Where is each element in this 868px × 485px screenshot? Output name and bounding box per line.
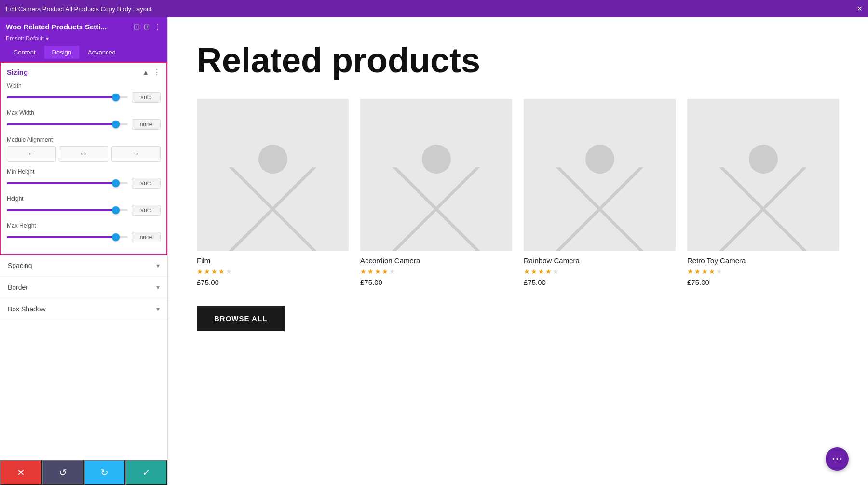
min-height-control: Min Height auto: [7, 168, 161, 189]
spacing-title: Spacing: [8, 262, 32, 269]
align-right-button[interactable]: →: [111, 146, 161, 162]
product-stars: ★ ★ ★ ★ ★: [687, 268, 839, 275]
panel-preset[interactable]: Preset: Default ▾: [6, 35, 162, 42]
height-slider-row: auto: [7, 205, 161, 216]
cancel-button[interactable]: ✕: [0, 460, 42, 485]
min-height-slider-track[interactable]: [7, 182, 128, 184]
save-icon: ✓: [142, 467, 150, 478]
product-name: Accordion Camera: [360, 256, 512, 265]
fab-icon: ⋯: [832, 453, 842, 465]
width-slider-row: auto: [7, 92, 161, 103]
max-height-slider-track[interactable]: [7, 236, 128, 238]
screen-icon[interactable]: ⊡: [134, 22, 140, 31]
box-shadow-header: Box Shadow ▾: [8, 305, 160, 313]
align-center-button[interactable]: ↔: [59, 146, 108, 162]
product-stars: ★ ★ ★ ★ ★: [197, 268, 349, 275]
width-slider-track[interactable]: [7, 96, 128, 98]
redo-button[interactable]: ↻: [84, 460, 126, 485]
panel-header-top: Woo Related Products Setti... ⊡ ⊞ ⋮: [6, 22, 162, 31]
star-2: ★: [204, 268, 210, 275]
tab-advanced[interactable]: Advanced: [80, 46, 123, 59]
redo-icon: ↻: [100, 467, 108, 478]
spacing-header: Spacing ▾: [8, 262, 160, 269]
max-height-value[interactable]: none: [132, 232, 161, 242]
columns-icon[interactable]: ⊞: [144, 22, 150, 31]
border-section[interactable]: Border ▾: [0, 277, 167, 298]
height-value[interactable]: auto: [132, 205, 161, 216]
star-5: ★: [716, 268, 722, 275]
height-control: Height auto: [7, 195, 161, 216]
height-slider-track[interactable]: [7, 209, 128, 211]
star-4: ★: [218, 268, 225, 275]
spacing-section[interactable]: Spacing ▾: [0, 255, 167, 277]
star-1: ★: [197, 268, 203, 275]
star-2: ★: [367, 268, 374, 275]
max-width-control: Max Width none: [7, 109, 161, 130]
top-bar-title: Edit Camera Product All Products Copy Bo…: [6, 5, 152, 13]
star-3: ★: [538, 268, 544, 275]
star-1: ★: [687, 268, 693, 275]
product-card: Rainbow Camera ★ ★ ★ ★ ★ £75.00: [524, 99, 676, 286]
undo-icon: ↺: [59, 467, 67, 478]
save-button[interactable]: ✓: [125, 460, 167, 485]
star-4: ★: [709, 268, 715, 275]
tab-content[interactable]: Content: [6, 46, 43, 59]
max-width-value[interactable]: none: [132, 119, 161, 130]
star-3: ★: [211, 268, 217, 275]
star-1: ★: [524, 268, 530, 275]
max-width-label: Max Width: [7, 109, 161, 116]
box-shadow-section[interactable]: Box Shadow ▾: [0, 298, 167, 320]
star-5: ★: [553, 268, 559, 275]
alignment-row: ← ↔ →: [7, 146, 161, 162]
align-left-button[interactable]: ←: [7, 146, 56, 162]
product-image: [524, 99, 676, 251]
panel-tabs: Content Design Advanced: [6, 46, 162, 59]
border-chevron-icon: ▾: [156, 283, 160, 291]
star-3: ★: [702, 268, 708, 275]
product-name: Film: [197, 256, 349, 265]
product-price: £75.00: [687, 278, 839, 286]
left-panel: Woo Related Products Setti... ⊡ ⊞ ⋮ Pres…: [0, 17, 168, 485]
top-bar: Edit Camera Product All Products Copy Bo…: [0, 0, 868, 17]
main-layout: Woo Related Products Setti... ⊡ ⊞ ⋮ Pres…: [0, 17, 868, 485]
product-name: Rainbow Camera: [524, 256, 676, 265]
star-4: ★: [382, 268, 388, 275]
star-5: ★: [389, 268, 395, 275]
cancel-icon: ✕: [17, 467, 25, 478]
product-price: £75.00: [197, 278, 349, 286]
max-width-slider-track[interactable]: [7, 123, 128, 125]
border-title: Border: [8, 283, 28, 291]
undo-button[interactable]: ↺: [42, 460, 84, 485]
product-card: Retro Toy Camera ★ ★ ★ ★ ★ £75.00: [687, 99, 839, 286]
section-header-right: ▲ ⋮: [142, 67, 161, 77]
panel-title: Woo Related Products Setti...: [6, 23, 107, 31]
max-width-slider-row: none: [7, 119, 161, 130]
min-height-value[interactable]: auto: [132, 178, 161, 189]
close-button[interactable]: ×: [857, 4, 862, 13]
panel-header-icons: ⊡ ⊞ ⋮: [134, 22, 162, 31]
product-image: [360, 99, 512, 251]
sizing-section: Sizing ▲ ⋮ Width auto: [0, 62, 167, 255]
width-label: Width: [7, 82, 161, 89]
tab-design[interactable]: Design: [44, 46, 79, 59]
min-height-label: Min Height: [7, 168, 161, 175]
width-value[interactable]: auto: [132, 92, 161, 103]
alignment-control: Module Alignment ← ↔ →: [7, 136, 161, 162]
collapse-icon[interactable]: ▲: [142, 68, 149, 76]
star-1: ★: [360, 268, 366, 275]
product-stars: ★ ★ ★ ★ ★: [524, 268, 676, 275]
height-label: Height: [7, 195, 161, 202]
max-height-slider-row: none: [7, 232, 161, 242]
sizing-section-header[interactable]: Sizing ▲ ⋮: [7, 67, 161, 77]
products-grid: Film ★ ★ ★ ★ ★ £75.00 Accordion Camera ★…: [197, 99, 839, 286]
fab-button[interactable]: ⋯: [826, 447, 849, 471]
product-stars: ★ ★ ★ ★ ★: [360, 268, 512, 275]
section-options-icon[interactable]: ⋮: [153, 67, 161, 77]
more-icon[interactable]: ⋮: [154, 22, 162, 31]
browse-all-button[interactable]: BROWSE ALL: [197, 306, 285, 331]
star-4: ★: [545, 268, 552, 275]
right-content: Related products Film ★ ★ ★ ★ ★ £75.00 A…: [168, 17, 868, 485]
box-shadow-title: Box Shadow: [8, 305, 46, 313]
min-height-slider-row: auto: [7, 178, 161, 189]
max-height-control: Max Height none: [7, 222, 161, 242]
